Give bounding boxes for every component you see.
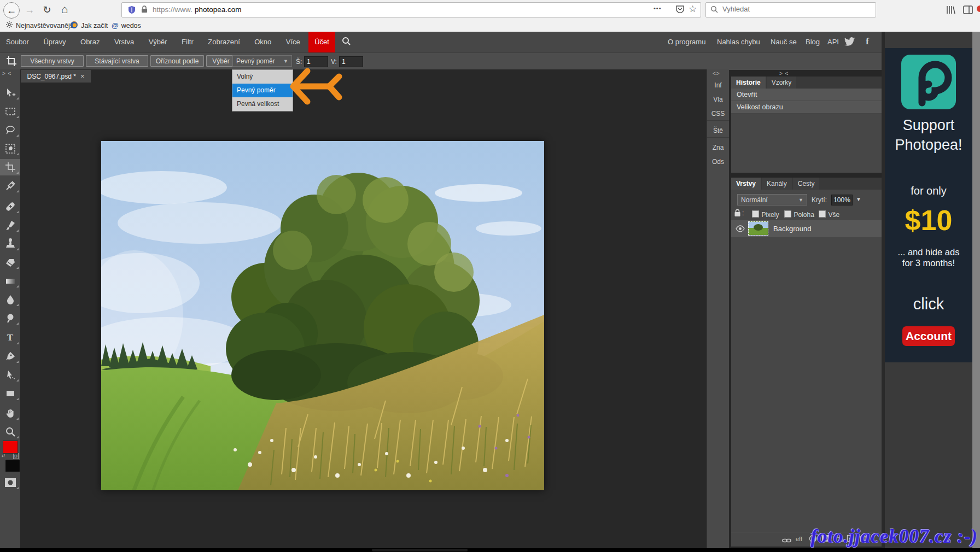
- eyedropper-tool[interactable]: [0, 178, 20, 194]
- bookmark-most-visited[interactable]: Nejnavštěvovanější: [5, 20, 75, 31]
- sidebar-toggle-icon[interactable]: [962, 4, 973, 17]
- menu-vrstva[interactable]: Vrstva: [108, 32, 140, 52]
- type-tool[interactable]: T: [0, 330, 20, 346]
- dropdown-option-pevna-velikost[interactable]: Pevná velikost: [232, 97, 293, 111]
- menu-filtr[interactable]: Filtr: [176, 32, 200, 52]
- account-button[interactable]: Account: [902, 326, 955, 346]
- swap-colors-icon[interactable]: ⇄: [2, 453, 5, 458]
- brush-tool[interactable]: [0, 217, 20, 233]
- lasso-tool[interactable]: [0, 122, 20, 138]
- menu-search-icon[interactable]: [337, 32, 355, 52]
- opacity-input[interactable]: 100%: [831, 195, 853, 205]
- twitter-icon[interactable]: [844, 37, 855, 48]
- all-layers-button[interactable]: Všechny vrstvy: [21, 55, 84, 67]
- blur-tool[interactable]: [0, 291, 20, 308]
- lock-position-checkbox[interactable]: Poloha: [784, 209, 814, 219]
- tab-cesty[interactable]: Cesty: [793, 178, 820, 190]
- page-scroll-gutter[interactable]: [972, 32, 980, 552]
- crop-tool[interactable]: [0, 159, 20, 175]
- opacity-slider-icon[interactable]: ▼: [856, 196, 861, 202]
- back-button[interactable]: ←: [3, 2, 20, 19]
- link-layers-icon[interactable]: [782, 536, 791, 545]
- layer-row-background[interactable]: Background: [731, 220, 882, 237]
- ratio-mode-select[interactable]: Pevný poměr ▼: [232, 55, 292, 67]
- bookmark-star-icon[interactable]: ☆: [689, 3, 697, 15]
- pen-tool[interactable]: [0, 348, 20, 365]
- strip-collapse-handle[interactable]: <>: [713, 71, 720, 77]
- support-ad[interactable]: Support Photopea! for only $10 ... and h…: [885, 48, 972, 362]
- reload-button[interactable]: ↻: [39, 2, 55, 17]
- selection-button[interactable]: Výběr: [206, 55, 236, 67]
- address-bar[interactable]: https://www. photopea.com ••• ☆: [121, 2, 701, 17]
- lock-all-checkbox[interactable]: Vše: [819, 209, 839, 219]
- menu-obraz[interactable]: Obraz: [74, 32, 106, 52]
- menu-vyber[interactable]: Výběr: [143, 32, 173, 52]
- panel-button-css[interactable]: CSS: [707, 107, 729, 121]
- rect-select-tool[interactable]: [0, 103, 20, 120]
- path-select-tool[interactable]: [0, 367, 20, 383]
- gradient-tool[interactable]: [0, 273, 20, 289]
- history-item-image-size[interactable]: Velikost obrazu: [731, 101, 882, 114]
- clone-stamp-tool[interactable]: [0, 236, 20, 252]
- zoom-tool[interactable]: [0, 424, 20, 440]
- tab-vzorky[interactable]: Vzorky: [767, 77, 797, 89]
- panel-button-znak[interactable]: Zna: [707, 141, 729, 154]
- menu-nauc-se[interactable]: Nauč se: [765, 32, 803, 52]
- background-color-swatch[interactable]: [5, 459, 20, 472]
- quick-mask-button[interactable]: [0, 474, 20, 491]
- crop-by-button[interactable]: Oříznout podle: [150, 55, 204, 67]
- layers-panel: Vrstvy Kanály Cesty Normální ▼ Krytí: 10…: [731, 178, 882, 547]
- panel-collapse-handle[interactable]: > <: [779, 71, 789, 77]
- menu-ucet[interactable]: Účet: [308, 32, 335, 52]
- layer-effects-button[interactable]: eff: [796, 536, 802, 542]
- library-icon[interactable]: [945, 4, 956, 17]
- facebook-icon[interactable]: f: [862, 36, 873, 47]
- toolbar-collapse-handle[interactable]: > <: [2, 71, 11, 77]
- panel-button-vlastnosti[interactable]: Vla: [707, 93, 729, 106]
- tab-kanaly[interactable]: Kanály: [762, 178, 792, 190]
- quick-select-tool[interactable]: [0, 140, 20, 157]
- history-item-open[interactable]: Otevřít: [731, 89, 882, 101]
- dropdown-option-volny[interactable]: Volný: [232, 70, 293, 84]
- tab-vrstvy[interactable]: Vrstvy: [731, 178, 761, 190]
- menu-upravy[interactable]: Úpravy: [37, 32, 72, 52]
- scrollbar-thumb[interactable]: [372, 549, 468, 551]
- dodge-tool[interactable]: [0, 310, 20, 326]
- close-tab-icon[interactable]: ×: [80, 72, 85, 80]
- healing-tool[interactable]: [0, 198, 20, 215]
- panel-button-info[interactable]: Inf: [707, 79, 729, 92]
- menu-api[interactable]: API: [821, 32, 845, 52]
- panel-button-odstavec[interactable]: Ods: [707, 155, 729, 168]
- hand-tool[interactable]: [0, 405, 20, 421]
- foreground-color-swatch[interactable]: [3, 441, 18, 454]
- layer-thumbnail[interactable]: [748, 221, 768, 236]
- document-tab[interactable]: DSC_0967.psd * ×: [21, 70, 91, 83]
- search-input[interactable]: [721, 4, 866, 14]
- dropdown-option-pevny-pomer[interactable]: Pevný poměr: [232, 84, 293, 97]
- lock-pixels-checkbox[interactable]: Pixely: [752, 209, 779, 219]
- blend-mode-select[interactable]: Normální ▼: [737, 194, 807, 205]
- menu-okno[interactable]: Okno: [248, 32, 277, 52]
- tab-historie[interactable]: Historie: [731, 77, 766, 89]
- page-actions-icon[interactable]: •••: [654, 5, 662, 11]
- move-tool[interactable]: [0, 85, 20, 101]
- bookmark-get-started[interactable]: Jak začít: [70, 20, 108, 31]
- home-button[interactable]: ⌂: [57, 2, 72, 17]
- menu-nahlas-chybu[interactable]: Nahlas chybu: [711, 32, 766, 52]
- menu-soubor[interactable]: Soubor: [0, 32, 35, 52]
- forward-button[interactable]: →: [22, 2, 37, 17]
- layer-visibility-eye-icon[interactable]: [736, 225, 745, 234]
- current-layer-button[interactable]: Stávající vrstva: [86, 55, 148, 67]
- panel-button-stetec[interactable]: Ště: [707, 124, 729, 138]
- shape-tool[interactable]: [0, 385, 20, 402]
- pocket-icon[interactable]: [675, 4, 685, 16]
- tracking-shield-icon[interactable]: [127, 5, 136, 16]
- menu-o-programu[interactable]: O programu: [662, 32, 711, 52]
- bookmark-wedos[interactable]: @ wedos: [112, 20, 141, 31]
- menu-vice[interactable]: Více: [280, 32, 306, 52]
- menu-zobrazeni[interactable]: Zobrazení: [202, 32, 246, 52]
- default-colors-icon[interactable]: D: [13, 453, 19, 459]
- search-bar[interactable]: [705, 2, 876, 17]
- eraser-tool[interactable]: [0, 254, 20, 271]
- notification-badge-icon[interactable]: [977, 5, 980, 12]
